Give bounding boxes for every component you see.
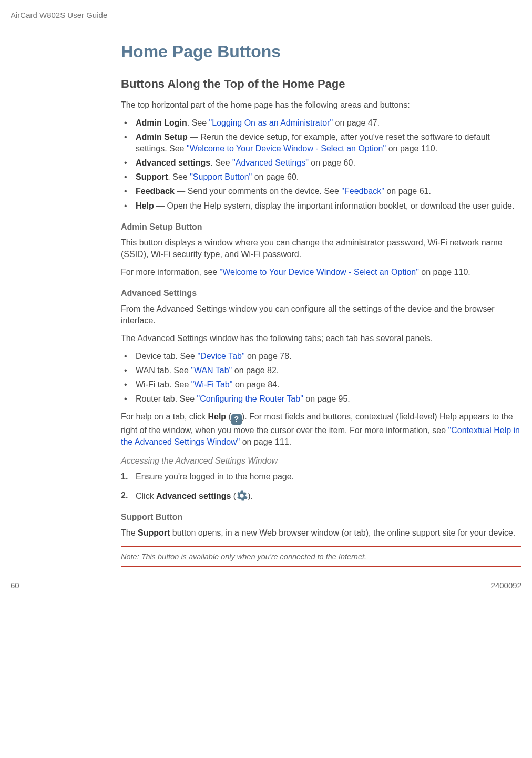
list-item: Admin Setup — Rerun the device setup, fo…: [121, 131, 521, 155]
text: (: [231, 491, 236, 500]
text: on page 111.: [240, 437, 291, 446]
cross-ref-link[interactable]: "Support Button": [190, 172, 252, 181]
text: Router tab. See: [136, 394, 197, 403]
gear-icon: [236, 490, 248, 501]
button-label: Feedback: [136, 187, 175, 196]
page-header: AirCard W802S User Guide: [11, 11, 521, 23]
page-footer: 60 2400092: [11, 581, 521, 597]
cross-ref-link[interactable]: "WAN Tab": [191, 366, 232, 375]
text: For more information, see: [121, 268, 220, 276]
note-box: Note: This button is available only when…: [121, 546, 521, 567]
text: . See: [187, 118, 209, 127]
cross-ref-link[interactable]: "Wi-Fi Tab": [191, 380, 233, 389]
text: on page 95.: [303, 394, 350, 403]
text: on page 82.: [232, 366, 279, 375]
cross-ref-link[interactable]: "Advanced Settings": [232, 158, 309, 167]
cross-ref-link[interactable]: "Welcome to Your Device Window - Select …: [220, 268, 419, 276]
paragraph: For help on a tab, click Help (?). For m…: [121, 411, 521, 448]
list-item: Feedback — Send your comments on the dev…: [121, 186, 521, 197]
list-item: Admin Login. See "Logging On as an Admin…: [121, 117, 521, 129]
list-item: Advanced settings. See "Advanced Setting…: [121, 157, 521, 169]
step-item: Ensure you're logged in to the home page…: [121, 471, 521, 483]
steps-list: Ensure you're logged in to the home page…: [121, 471, 521, 502]
list-item: Router tab. See "Configuring the Router …: [121, 393, 521, 405]
text: on page 61.: [384, 187, 431, 196]
step-item: Click Advanced settings ().: [121, 490, 521, 502]
text: (: [226, 412, 231, 421]
intro-paragraph: The top horizontal part of the home page…: [121, 99, 521, 111]
doc-number: 2400092: [491, 581, 521, 590]
page-number: 60: [11, 581, 19, 590]
admin-setup-heading: Admin Setup Button: [121, 222, 521, 232]
text: button opens, in a new Web browser windo…: [170, 528, 515, 537]
advanced-settings-label: Advanced settings: [156, 491, 231, 500]
cross-ref-link[interactable]: "Welcome to Your Device Window - Select …: [187, 144, 386, 153]
paragraph: The Support button opens, in a new Web b…: [121, 527, 521, 539]
button-label: Support: [136, 172, 168, 181]
advanced-settings-heading: Advanced Settings: [121, 289, 521, 298]
text: WAN tab. See: [136, 366, 191, 375]
text: . See: [168, 172, 190, 181]
text: on page 110.: [419, 268, 470, 276]
tabs-list: Device tab. See "Device Tab" on page 78.…: [121, 351, 521, 405]
text: on page 47.: [333, 118, 380, 127]
list-item: Device tab. See "Device Tab" on page 78.: [121, 351, 521, 362]
page-title-h1: Home Page Buttons: [121, 42, 521, 62]
text: — Send your comments on the device. See: [175, 187, 342, 196]
text: Ensure you're logged in to the home page…: [136, 472, 294, 481]
list-item: Help — Open the Help system, display the…: [121, 200, 521, 212]
content-area: Home Page Buttons Buttons Along the Top …: [121, 42, 521, 567]
text: on page 110.: [386, 144, 437, 153]
cross-ref-link[interactable]: "Device Tab": [197, 352, 244, 361]
question-mark-icon: ?: [234, 414, 239, 424]
support-label: Support: [138, 528, 170, 537]
text: Wi-Fi tab. See: [136, 380, 191, 389]
button-label: Admin Login: [136, 118, 187, 127]
button-label: Help: [136, 201, 154, 210]
note-text: Note: This button is available only when…: [121, 551, 521, 562]
text: on page 60.: [309, 158, 355, 167]
text: . See: [210, 158, 232, 167]
button-label: Advanced settings: [136, 158, 210, 167]
text: ).: [248, 491, 253, 500]
list-item: WAN tab. See "WAN Tab" on page 82.: [121, 365, 521, 376]
paragraph: For more information, see "Welcome to Yo…: [121, 267, 521, 278]
paragraph: The Advanced Settings window has the fol…: [121, 333, 521, 344]
text: Click: [136, 491, 156, 500]
help-label: Help: [208, 412, 226, 421]
cross-ref-link[interactable]: "Configuring the Router Tab": [197, 394, 303, 403]
paragraph: From the Advanced Settings window you ca…: [121, 303, 521, 326]
text: — Open the Help system, display the impo…: [154, 201, 515, 210]
button-label: Admin Setup: [136, 132, 188, 141]
top-buttons-list: Admin Login. See "Logging On as an Admin…: [121, 117, 521, 212]
list-item: Support. See "Support Button" on page 60…: [121, 171, 521, 183]
paragraph: This button displays a window where you …: [121, 237, 521, 260]
text: on page 84.: [232, 380, 279, 389]
text: For help on a tab, click: [121, 412, 208, 421]
text: The: [121, 528, 138, 537]
section-buttons-top: Buttons Along the Top of the Home Page: [121, 77, 521, 91]
support-button-heading: Support Button: [121, 513, 521, 522]
text: on page 60.: [252, 172, 299, 181]
text: Device tab. See: [136, 352, 197, 361]
doc-title: AirCard W802S User Guide: [11, 11, 107, 19]
help-icon: ?: [231, 414, 242, 425]
accessing-heading: Accessing the Advanced Settings Window: [121, 456, 521, 466]
list-item: Wi-Fi tab. See "Wi-Fi Tab" on page 84.: [121, 379, 521, 391]
text: on page 78.: [245, 352, 292, 361]
cross-ref-link[interactable]: "Feedback": [341, 187, 384, 196]
cross-ref-link[interactable]: "Logging On as an Administrator": [209, 118, 333, 127]
